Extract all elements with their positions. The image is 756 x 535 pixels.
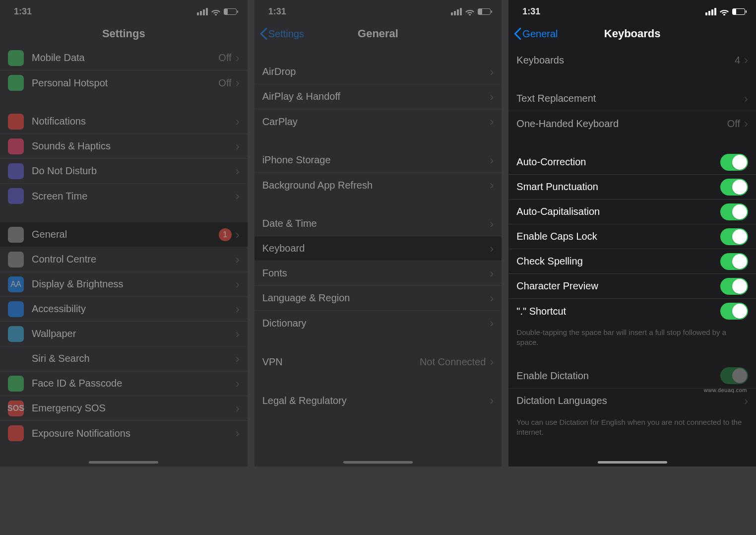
moon-icon <box>8 163 24 179</box>
list-item[interactable]: Exposure Notifications› <box>0 421 248 446</box>
list-item[interactable]: Accessibility› <box>0 297 248 322</box>
list-item[interactable]: Mobile DataOff› <box>0 46 248 70</box>
antenna-icon <box>8 50 24 66</box>
list-item[interactable]: Fonts› <box>254 261 502 286</box>
list-item[interactable]: Dictionary› <box>254 311 502 335</box>
nav-bar: Settings <box>0 22 248 46</box>
toggle-switch[interactable] <box>720 154 748 171</box>
toggle-switch[interactable] <box>720 228 748 245</box>
list-item[interactable]: iPhone Storage› <box>254 148 502 173</box>
list-item[interactable]: AADisplay & Brightness› <box>0 272 248 297</box>
list-item[interactable]: Enable Dictation <box>508 364 756 389</box>
list-item[interactable]: Screen Time› <box>0 184 248 208</box>
row-label: Wallpaper <box>32 328 236 339</box>
chevron-right-icon: › <box>236 115 240 129</box>
list-item[interactable]: "." Shortcut <box>508 299 756 324</box>
list-item[interactable]: CarPlay› <box>254 109 502 134</box>
bell-icon <box>8 114 24 130</box>
list-item[interactable]: Auto-Capitalisation <box>508 200 756 224</box>
list-item[interactable]: Date & Time› <box>254 211 502 236</box>
list-item[interactable]: Do Not Disturb› <box>0 159 248 184</box>
toggle-switch[interactable] <box>720 303 748 320</box>
toggle-switch[interactable] <box>720 203 748 220</box>
list-item[interactable]: Face ID & Passcode› <box>0 371 248 396</box>
home-indicator[interactable] <box>343 461 413 464</box>
chevron-right-icon: › <box>490 90 494 104</box>
chevron-right-icon: › <box>236 228 240 242</box>
list-item[interactable]: Language & Region› <box>254 286 502 311</box>
chevron-right-icon: › <box>490 178 494 192</box>
list-item[interactable]: Notifications› <box>0 109 248 134</box>
row-label: Siri & Search <box>32 353 236 364</box>
battery-icon <box>478 8 491 15</box>
toggle-switch[interactable] <box>720 367 748 384</box>
list-item[interactable]: Keyboard› <box>254 236 502 261</box>
nav-bar: Settings General <box>254 22 502 46</box>
list-item[interactable]: Wallpaper› <box>0 322 248 346</box>
list-item[interactable]: Check Spelling <box>508 249 756 274</box>
row-label: AirPlay & Handoff <box>262 91 490 102</box>
row-label: Notifications <box>32 116 236 127</box>
list-item[interactable]: VPNNot Connected› <box>254 349 502 374</box>
back-button[interactable]: Settings <box>259 28 304 40</box>
list-item[interactable]: Keyboards4› <box>508 48 756 72</box>
list-item[interactable]: SOSEmergency SOS› <box>0 396 248 421</box>
page-title: General <box>358 27 398 40</box>
row-value: Off <box>218 77 231 89</box>
speaker-icon <box>8 138 24 154</box>
signal-icon <box>197 8 208 15</box>
row-label: Face ID & Passcode <box>32 378 236 389</box>
list-item[interactable]: Text Replacement› <box>508 86 756 111</box>
row-label: Date & Time <box>262 218 490 229</box>
row-label: Legal & Regulatory <box>262 395 490 406</box>
list-item[interactable]: One-Handed KeyboardOff› <box>508 111 756 136</box>
list-item[interactable]: AirDrop› <box>254 60 502 84</box>
row-label: "." Shortcut <box>516 306 720 317</box>
row-label: Fonts <box>262 268 490 279</box>
list-item[interactable]: Siri & Search› <box>0 346 248 371</box>
list-item[interactable]: Background App Refresh› <box>254 173 502 198</box>
keyboards-list[interactable]: Keyboards4›Text Replacement›One-Handed K… <box>508 46 756 467</box>
row-label: VPN <box>262 356 420 368</box>
toggle-switch[interactable] <box>720 179 748 196</box>
list-item[interactable]: Enable Caps Lock <box>508 224 756 249</box>
list-item[interactable]: Personal HotspotOff› <box>0 70 248 95</box>
list-item[interactable]: AirPlay & Handoff› <box>254 84 502 109</box>
row-label: Smart Punctuation <box>516 181 720 193</box>
row-label: Dictation Languages <box>516 395 744 406</box>
wifi-icon <box>465 7 475 15</box>
list-item[interactable]: Legal & Regulatory› <box>254 388 502 413</box>
screen-settings: 1:31 Settings Mobile DataOff›Personal Ho… <box>0 0 248 467</box>
back-button[interactable]: General <box>513 28 558 40</box>
row-label: Sounds & Haptics <box>32 140 236 152</box>
chevron-right-icon: › <box>490 115 494 129</box>
general-list[interactable]: AirDrop›AirPlay & Handoff›CarPlay›iPhone… <box>254 46 502 467</box>
list-item[interactable]: Character Preview <box>508 274 756 299</box>
status-time: 1:31 <box>14 6 32 17</box>
chevron-right-icon: › <box>236 164 240 178</box>
row-label: Emergency SOS <box>32 402 236 414</box>
chevron-right-icon: › <box>236 139 240 153</box>
home-indicator[interactable] <box>89 461 158 464</box>
row-value: Off <box>727 118 740 130</box>
list-item[interactable]: Auto-Correction <box>508 150 756 175</box>
gear-icon <box>8 227 24 243</box>
toggle-switch[interactable] <box>720 253 748 270</box>
home-indicator[interactable] <box>598 461 667 464</box>
chevron-right-icon: › <box>490 153 494 167</box>
chevron-right-icon: › <box>236 51 240 65</box>
list-item[interactable]: Sounds & Haptics› <box>0 134 248 159</box>
chevron-right-icon: › <box>236 377 240 391</box>
list-item[interactable]: Control Centre› <box>0 247 248 272</box>
list-item[interactable]: General1› <box>0 222 248 247</box>
notification-badge: 1 <box>219 228 232 241</box>
row-label: Screen Time <box>32 191 236 202</box>
row-label: Personal Hotspot <box>32 77 218 89</box>
chevron-right-icon: › <box>490 217 494 231</box>
settings-list[interactable]: Mobile DataOff›Personal HotspotOff›Notif… <box>0 46 248 467</box>
toggle-switch[interactable] <box>720 278 748 295</box>
list-item[interactable]: Smart Punctuation <box>508 175 756 200</box>
row-label: Language & Region <box>262 292 490 304</box>
row-label: Accessibility <box>32 303 236 315</box>
row-label: Dictionary <box>262 318 490 329</box>
